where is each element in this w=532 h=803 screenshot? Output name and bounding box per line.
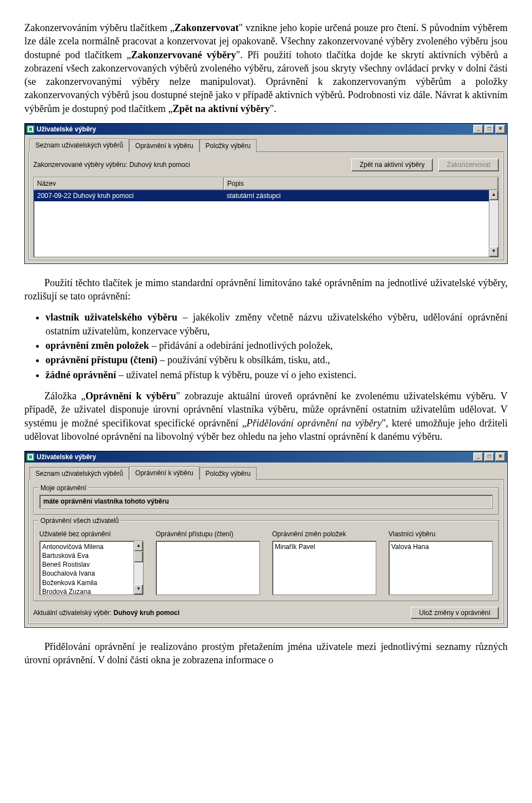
tab-opravneni[interactable]: Oprávnění k výběru (129, 466, 200, 480)
bullet-zadne: žádné oprávnění – uživatel nemá přístup … (45, 368, 508, 382)
window-title: Uživatelské výběry (37, 453, 96, 461)
paragraph-4: Přidělování oprávnění je realizováno pro… (24, 640, 508, 667)
current-selection-value: Duhový kruh pomoci (114, 608, 180, 617)
titlebar[interactable]: Uživatelské výběry _ □ × (25, 124, 507, 135)
close-button[interactable]: × (495, 453, 505, 461)
back-to-active-button[interactable]: Zpět na aktivní výběry (351, 159, 433, 171)
list-item[interactable]: Beneš Rostislav (41, 560, 132, 569)
list-item[interactable]: Valová Hana (390, 542, 491, 551)
vertical-scrollbar[interactable]: ▲ ▼ (489, 190, 498, 257)
tab-polozky[interactable]: Položky výběru (200, 467, 257, 480)
listbox-change[interactable]: Minařík Pavel (272, 541, 376, 595)
p1-bold-zpet: Zpět na aktivní výběry (172, 103, 270, 114)
column-no-permission: Uživatelé bez oprávnění Antonovičová Mil… (39, 530, 144, 595)
titlebar[interactable]: Uživatelské výběry _ □ × (25, 451, 507, 463)
app-icon (27, 125, 34, 133)
window-uzivatelske-vybery-2: Uživatelské výběry _ □ × Seznam uživatel… (24, 451, 508, 628)
scroll-down-icon[interactable]: ▼ (489, 247, 498, 257)
label-change: Oprávnění změn položek (272, 530, 376, 538)
listbox-no-permission[interactable]: Antonovičová Milena Bartusková Eva Beneš… (39, 541, 144, 595)
window-uzivatelske-vybery-1: Uživatelské výběry _ □ × Seznam uživatel… (24, 123, 508, 264)
tab-seznam[interactable]: Seznam uživatelských výběrů (29, 139, 129, 152)
groupbox-legend-vsech: Oprávnění všech uživatelů (38, 516, 121, 525)
tabstrip: Seznam uživatelských výběrů Oprávnění k … (29, 138, 504, 152)
preserve-button: Zakonzervovat (438, 159, 499, 171)
column-change: Oprávnění změn položek Minařík Pavel (272, 530, 376, 595)
groupbox-opravneni-vsech: Oprávnění všech uživatelů Uživatelé bez … (33, 520, 499, 601)
paragraph-2: Použití těchto tlačítek je mimo standard… (24, 276, 508, 303)
list-item[interactable]: Minařík Pavel (274, 542, 375, 551)
grid-body[interactable]: 2007-09-22 Duhový kruh pomoci statutární… (34, 190, 498, 257)
toolbar-label: Zakonzervované výběry výběru: Duhový kru… (33, 160, 351, 169)
label-owners: Vlastníci výběru (388, 530, 493, 538)
list-item[interactable]: Bartusková Eva (41, 551, 132, 560)
tabstrip: Seznam uživatelských výběrů Oprávnění k … (29, 466, 504, 480)
list-item[interactable]: Bouchalová Ivana (41, 569, 132, 578)
cell-popis: statutární zástupci (223, 190, 498, 201)
svg-rect-2 (29, 128, 32, 131)
paragraph-3: Záložka „Oprávnění k výběru" zobrazuje a… (24, 389, 508, 443)
cell-nazev: 2007-09-22 Duhový kruh pomoci (34, 190, 223, 201)
save-permissions-button[interactable]: Ulož změny v oprávnění (411, 607, 499, 619)
p1-seg1: Zakonzervováním výběru tlačítkem „ (24, 22, 175, 33)
minimize-button[interactable]: _ (473, 453, 483, 461)
permissions-bullets: vlastník uživatelského výběru – jakékoli… (45, 311, 508, 381)
my-permission-text: máte oprávnění vlastníka tohoto výběru (39, 495, 493, 508)
p1-bold-zakonzervovane-vybery: Zakonzervované výběry (131, 49, 237, 60)
window-title: Uživatelské výběry (37, 125, 96, 134)
groupbox-legend-moje: Moje oprávnění (38, 484, 89, 492)
toolbar: Zakonzervované výběry výběru: Duhový kru… (33, 159, 499, 171)
scroll-thumb[interactable] (134, 551, 143, 562)
grid-row-selected[interactable]: 2007-09-22 Duhový kruh pomoci statutární… (34, 190, 498, 201)
list-item[interactable]: Brodová Zuzana (41, 587, 132, 594)
app-icon (27, 453, 34, 461)
bullet-zmeny: oprávnění změn položek – přidávání a ode… (45, 339, 508, 352)
scroll-down-icon[interactable]: ▼ (134, 585, 143, 594)
maximize-button[interactable]: □ (484, 453, 494, 461)
column-read: Oprávnění přístupu (čtení) (156, 530, 260, 595)
scroll-up-icon[interactable]: ▲ (134, 541, 143, 551)
tab-opravneni[interactable]: Oprávnění k výběru (129, 139, 200, 152)
close-button[interactable]: × (495, 125, 505, 134)
svg-rect-5 (29, 455, 32, 459)
current-selection-label: Aktuální uživatelský výběr: (33, 608, 111, 617)
scroll-up-icon[interactable]: ▲ (489, 190, 498, 200)
col-header-popis[interactable]: Popis (224, 177, 498, 190)
bottom-status-row: Aktuální uživatelský výběr: Duhový kruh … (33, 607, 499, 619)
column-owners: Vlastníci výběru Valová Hana (388, 530, 493, 595)
grid-header: Název Popis (34, 177, 498, 190)
maximize-button[interactable]: □ (484, 125, 494, 134)
bullet-vlastnik: vlastník uživatelského výběru – jakékoli… (45, 311, 508, 338)
vertical-scrollbar[interactable]: ▲ ▼ (134, 541, 143, 594)
tab-polozky[interactable]: Položky výběru (200, 139, 257, 152)
bullet-pristup: oprávnění přístupu (čtení) – používání v… (45, 353, 508, 367)
tab-seznam[interactable]: Seznam uživatelských výběrů (29, 467, 129, 480)
groupbox-moje-opravneni: Moje oprávnění máte oprávnění vlastníka … (33, 487, 499, 514)
list-item[interactable]: Antonovičová Milena (41, 542, 132, 551)
minimize-button[interactable]: _ (473, 125, 483, 134)
col-header-nazev[interactable]: Název (34, 177, 224, 190)
listbox-read[interactable] (156, 541, 260, 595)
paragraph-1: Zakonzervováním výběru tlačítkem „Zakonz… (24, 21, 508, 115)
label-read: Oprávnění přístupu (čtení) (156, 530, 260, 538)
listbox-owners[interactable]: Valová Hana (388, 541, 493, 595)
p1-bold-zakonzervovat: Zakonzervovat (175, 22, 239, 33)
list-item[interactable]: Boženková Kamila (41, 578, 132, 587)
p1-seg4: ". (270, 103, 277, 114)
grid-preserved-selections: Název Popis 2007-09-22 Duhový kruh pomoc… (33, 177, 499, 257)
label-no-permission: Uživatelé bez oprávnění (39, 530, 144, 538)
